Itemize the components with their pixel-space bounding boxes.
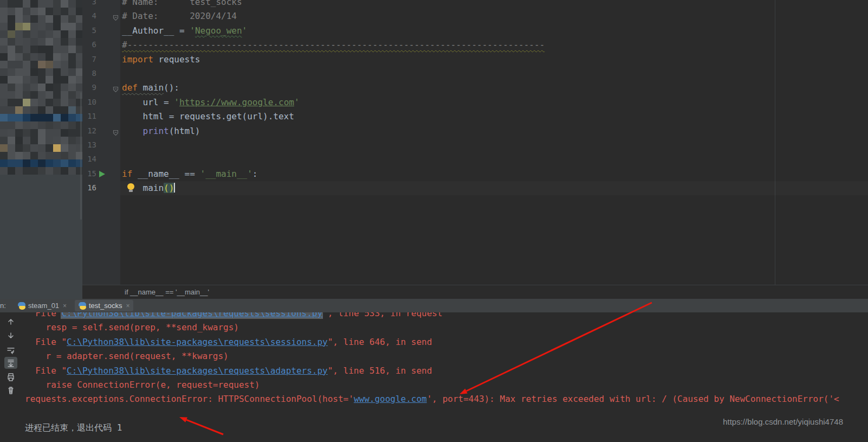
mosaic-tile	[38, 30, 46, 38]
print-icon[interactable]	[4, 371, 17, 383]
fold-marker-icon[interactable]	[113, 85, 119, 95]
mosaic-tile	[68, 99, 76, 106]
mosaic-tile	[68, 167, 76, 175]
mosaic-tile	[8, 38, 15, 46]
mosaic-tile	[53, 159, 61, 167]
breadcrumb-bar: if __name__ == '__main__'	[82, 285, 868, 299]
mosaic-tile	[53, 106, 61, 114]
mosaic-tile	[46, 99, 53, 106]
mosaic-tile	[38, 23, 46, 30]
line-number: 11	[82, 112, 96, 120]
code-line[interactable]: __Author__ = 'Negoo_wen'	[122, 24, 247, 38]
code-line[interactable]: url = 'https://www.google.com'	[122, 95, 300, 110]
mosaic-tile	[0, 0, 8, 8]
hyperlink[interactable]: C:\Python38\lib\site-packages\requests\s…	[67, 337, 328, 347]
editor-gutter: 345678910111213141516	[82, 0, 121, 285]
mosaic-tile	[23, 0, 30, 8]
code-token: url =	[122, 97, 174, 107]
mosaic-tile	[61, 38, 68, 46]
current-line-highlight	[120, 181, 868, 195]
mosaic-tile	[53, 152, 61, 159]
mosaic-tile	[30, 152, 38, 159]
mosaic-tile	[8, 99, 15, 106]
code-line[interactable]: import requests	[122, 53, 200, 67]
code-token: '	[294, 97, 300, 107]
mosaic-tile	[0, 152, 8, 159]
code-line[interactable]: html = requests.get(url).text	[122, 110, 294, 124]
mosaic-tile	[30, 30, 38, 38]
mosaic-tile	[46, 68, 53, 76]
mosaic-tile	[30, 46, 38, 53]
mosaic-tile	[38, 0, 46, 8]
mosaic-tile	[76, 8, 82, 15]
console-tab-steam_01[interactable]: steam_01×	[14, 300, 70, 311]
intention-bulb-icon[interactable]	[127, 183, 135, 193]
hyperlink[interactable]: C:\Python38\lib\site-packages\requests\s…	[61, 312, 322, 318]
mosaic-tile	[30, 38, 38, 46]
mosaic-tile	[0, 61, 8, 68]
scroll-down-icon[interactable]	[4, 330, 17, 342]
code-line[interactable]: # Date: 2020/4/14	[122, 9, 237, 23]
mosaic-tile	[15, 61, 23, 68]
code-editor[interactable]: # Name: test_socks# Date: 2020/4/14__Aut…	[120, 0, 868, 285]
mosaic-tile	[53, 38, 61, 46]
console-line: File C:\Python38\lib\site-packages\reque…	[25, 312, 443, 321]
code-token: print	[143, 126, 169, 136]
run-gutter-icon[interactable]	[99, 171, 105, 177]
mosaic-tile	[76, 61, 82, 68]
code-token: (html)	[169, 126, 200, 136]
mosaic-tile	[61, 84, 68, 91]
mosaic-tile	[53, 53, 61, 61]
hyperlink[interactable]: https://www.google.com	[179, 97, 294, 107]
mosaic-tile	[30, 106, 38, 114]
code-line[interactable]: # Name: test_socks	[122, 0, 242, 9]
fold-marker-icon[interactable]	[113, 128, 119, 138]
hyperlink[interactable]: www.google.com	[354, 394, 427, 404]
code-token: #---------------------------------------…	[122, 40, 545, 50]
panel-scrollbar[interactable]	[80, 92, 82, 220]
mosaic-tile	[38, 99, 46, 106]
mosaic-tile	[61, 76, 68, 84]
scroll-to-end-icon[interactable]	[4, 357, 17, 369]
scroll-up-icon[interactable]	[4, 316, 17, 328]
code-line[interactable]: #---------------------------------------…	[122, 38, 545, 52]
gutter-row: 16	[82, 181, 120, 195]
mosaic-tile	[8, 91, 15, 99]
tab-close-icon[interactable]: ×	[126, 302, 129, 310]
mosaic-tile	[15, 152, 23, 159]
mosaic-tile	[0, 30, 8, 38]
clear-icon[interactable]	[4, 384, 17, 396]
code-line[interactable]: def main():	[122, 81, 179, 95]
code-token: def	[122, 82, 138, 93]
tab-close-icon[interactable]: ×	[63, 302, 67, 310]
mosaic-tile	[8, 15, 15, 23]
mosaic-tile	[23, 30, 30, 38]
code-line[interactable]: main()	[122, 181, 175, 195]
mosaic-tile	[61, 99, 68, 106]
breadcrumb[interactable]: if __name__ == '__main__'	[125, 288, 209, 296]
fold-marker-icon[interactable]	[113, 13, 119, 23]
mosaic-tile	[0, 167, 8, 175]
hyperlink[interactable]: C:\Python38\lib\site-packages\requests\a…	[67, 366, 328, 376]
console-tab-test_socks[interactable]: test_socks×	[75, 300, 133, 311]
mosaic-tile	[15, 114, 23, 121]
code-token: raise ConnectionError(e, request=request…	[25, 380, 260, 390]
line-number: 6	[82, 40, 96, 49]
gutter-row: 4	[82, 9, 120, 23]
mosaic-tile	[23, 152, 30, 159]
mosaic-tile	[61, 46, 68, 53]
mosaic-tile	[68, 144, 76, 152]
code-line[interactable]: print(html)	[122, 124, 200, 138]
code-line[interactable]: if __name__ == '__main__':	[122, 167, 257, 181]
code-token: (	[164, 183, 169, 193]
mosaic-tile	[30, 84, 38, 91]
mosaic-tile	[30, 61, 38, 68]
mosaic-tile	[61, 8, 68, 15]
line-number: 13	[82, 140, 96, 149]
mosaic-tile	[38, 84, 46, 91]
mosaic-tile	[46, 15, 53, 23]
mosaic-tile	[61, 30, 68, 38]
soft-wrap-icon[interactable]	[4, 344, 17, 356]
mosaic-tile	[61, 53, 68, 61]
code-token: '__main__'	[200, 169, 252, 179]
